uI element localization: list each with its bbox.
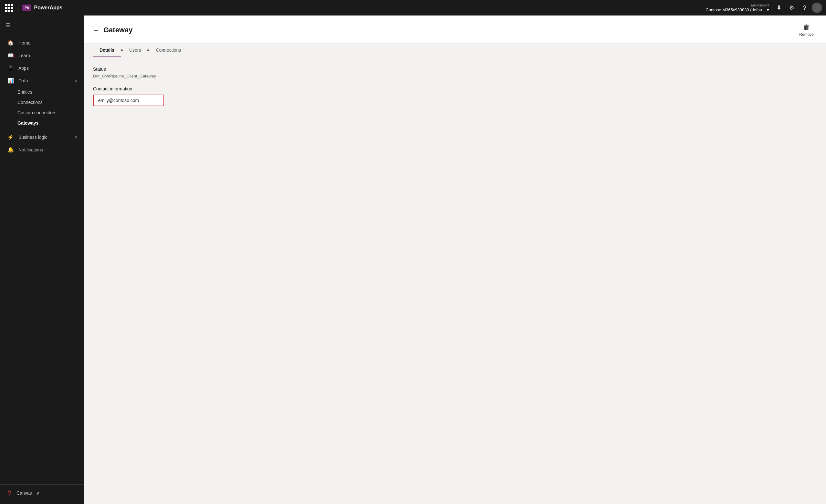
- remove-button[interactable]: 🗑 Remove: [796, 22, 817, 38]
- env-label: Environment: [751, 4, 769, 7]
- data-icon: 📊: [7, 77, 14, 84]
- tab-details[interactable]: Details: [93, 44, 121, 57]
- notifications-icon: 🔔: [7, 146, 14, 153]
- avatar[interactable]: U: [812, 3, 822, 13]
- sidebar-item-data[interactable]: 📊 Data ∧: [0, 74, 84, 87]
- sidebar-footer-item[interactable]: ❓ Canvas ∨: [0, 487, 84, 499]
- status-section: Status DM_GWPipeline_Client_Gateway: [93, 66, 817, 78]
- hamburger-button[interactable]: ☰: [0, 18, 15, 32]
- sidebar-item-label: Business logic: [18, 135, 70, 140]
- download-button[interactable]: ⬇: [773, 2, 785, 13]
- sidebar-footer: ❓ Canvas ∨: [0, 484, 84, 499]
- tabs: Details Users Connections: [84, 44, 826, 58]
- contact-email-field[interactable]: [93, 94, 164, 106]
- content-area: Status DM_GWPipeline_Client_Gateway Cont…: [84, 58, 826, 504]
- help-icon: ?: [803, 4, 806, 11]
- contact-label: Contact information: [93, 86, 817, 91]
- settings-icon: ⚙: [789, 4, 794, 11]
- main-content: ← Gateway 🗑 Remove Details Users Connect…: [84, 15, 826, 504]
- chevron-up-icon: ∧: [75, 78, 77, 83]
- sidebar-footer-label: Canvas: [16, 491, 32, 496]
- canvas-help-icon: ❓: [6, 491, 12, 496]
- sidebar-item-custom-connectors[interactable]: Custom connectors: [0, 108, 84, 118]
- apps-icon: 📱: [7, 65, 14, 71]
- sidebar-item-learn[interactable]: 📖 Learn: [0, 49, 84, 62]
- chevron-down-icon: ∨: [75, 135, 77, 139]
- sidebar-item-label: Gateways: [17, 120, 39, 126]
- sidebar-item-label: Home: [18, 40, 77, 46]
- topbar-icons: ⬇ ⚙ ? U: [773, 2, 822, 13]
- tab-users[interactable]: Users: [123, 44, 148, 57]
- page-header-left: ← Gateway: [93, 26, 133, 34]
- sidebar-item-label: Learn: [18, 53, 77, 58]
- sidebar-item-connections[interactable]: Connections: [0, 97, 84, 108]
- business-logic-icon: ⚡: [7, 134, 14, 140]
- env-value: Contoso M365x933833 (defau... ▾: [706, 7, 769, 12]
- back-icon: ←: [93, 26, 100, 34]
- remove-label: Remove: [799, 32, 814, 37]
- learn-icon: 📖: [7, 52, 14, 58]
- sidebar-item-notifications[interactable]: 🔔 Notifications: [0, 143, 84, 156]
- page-title: Gateway: [103, 26, 133, 34]
- sidebar-item-label: Apps: [18, 66, 77, 71]
- sidebar-item-label: Notifications: [18, 147, 77, 152]
- tab-connections-label: Connections: [156, 48, 181, 53]
- sidebar-item-entities[interactable]: Entities: [0, 87, 84, 97]
- brand: PA PowerApps: [18, 4, 62, 11]
- brand-logo: PA: [22, 4, 31, 11]
- sidebar-nav: 🏠 Home 📖 Learn 📱 Apps 📊 Data ∧ Entities …: [0, 35, 84, 129]
- waffle-button[interactable]: [4, 3, 14, 13]
- sidebar-item-home[interactable]: 🏠 Home: [0, 37, 84, 49]
- sidebar-item-label: Entities: [17, 89, 32, 94]
- chevron-down-icon: ∨: [36, 491, 40, 496]
- sidebar-item-label: Connections: [17, 100, 43, 105]
- download-icon: ⬇: [777, 4, 781, 11]
- chevron-down-icon: ▾: [767, 7, 769, 12]
- sidebar-item-apps[interactable]: 📱 Apps: [0, 62, 84, 74]
- trash-icon: 🗑: [803, 23, 810, 32]
- contact-section: Contact information: [93, 86, 817, 106]
- tab-details-label: Details: [100, 48, 114, 53]
- topbar: PA PowerApps Environment Contoso M365x93…: [0, 0, 826, 15]
- sidebar: ☰ 🏠 Home 📖 Learn 📱 Apps 📊 Data ∧ En: [0, 15, 84, 504]
- status-label: Status: [93, 66, 817, 72]
- sidebar-item-business-logic[interactable]: ⚡ Business logic ∨: [0, 131, 84, 143]
- sidebar-item-label: Data: [18, 78, 70, 83]
- settings-button[interactable]: ⚙: [786, 2, 798, 13]
- tab-connections[interactable]: Connections: [149, 44, 187, 57]
- status-value: DM_GWPipeline_Client_Gateway: [93, 74, 817, 78]
- help-button[interactable]: ?: [799, 2, 811, 13]
- environment-selector[interactable]: Environment Contoso M365x933833 (defau..…: [706, 4, 769, 12]
- back-button[interactable]: ←: [93, 26, 100, 34]
- sidebar-item-gateways[interactable]: Gateways: [0, 118, 84, 128]
- home-icon: 🏠: [7, 40, 14, 46]
- sidebar-bottom-section: ⚡ Business logic ∨ 🔔 Notifications: [0, 129, 84, 157]
- sidebar-item-label: Custom connectors: [17, 110, 57, 115]
- page-header: ← Gateway 🗑 Remove: [84, 15, 826, 44]
- tab-users-label: Users: [129, 48, 141, 53]
- brand-name: PowerApps: [34, 5, 62, 11]
- hamburger-icon: ☰: [5, 22, 10, 28]
